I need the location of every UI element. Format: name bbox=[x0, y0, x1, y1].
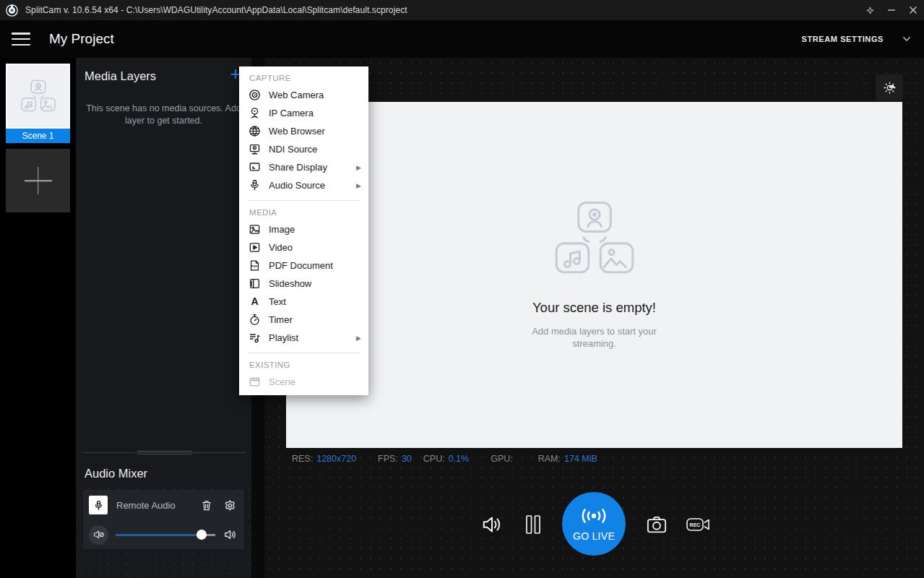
broadcast-icon bbox=[579, 506, 609, 525]
media-layers-icon bbox=[543, 200, 646, 278]
audio-mixer-item: Remote Audio bbox=[83, 490, 244, 549]
stat-label: RES: bbox=[292, 454, 313, 464]
menu-separator bbox=[248, 353, 360, 353]
menu-item-text[interactable]: AText bbox=[239, 293, 368, 311]
menu-item-playlist[interactable]: Playlist▶ bbox=[239, 329, 368, 347]
menu-separator bbox=[248, 200, 360, 201]
menu-item-pdf-document[interactable]: PDFPDF Document bbox=[239, 256, 368, 275]
menu-item-web-camera[interactable]: Web Camera bbox=[239, 86, 368, 104]
stat-res: RES:1280x720 bbox=[292, 454, 356, 464]
menu-item-label: Image bbox=[269, 224, 295, 235]
microphone-source-icon bbox=[89, 496, 108, 514]
menu-item-label: Web Camera bbox=[269, 90, 324, 100]
menu-item-slideshow[interactable]: Slideshow bbox=[239, 275, 368, 293]
submenu-arrow-icon: ▶ bbox=[356, 182, 361, 189]
menu-item-label: Text bbox=[269, 296, 286, 307]
stat-value: 174 MiB bbox=[564, 454, 597, 464]
volume-slider[interactable] bbox=[116, 529, 215, 540]
slideshow-icon bbox=[248, 277, 261, 290]
stat-value: 1280x720 bbox=[316, 454, 356, 464]
stat-value: 30 bbox=[402, 454, 412, 464]
media-layers-panel: Media Layers + This scene has no media s… bbox=[76, 58, 251, 578]
delete-audio-source-icon[interactable] bbox=[199, 498, 214, 512]
stat-gpu: GPU: bbox=[491, 454, 517, 464]
menu-item-timer[interactable]: Timer bbox=[239, 311, 368, 329]
volume-fill bbox=[116, 534, 202, 536]
record-icon[interactable]: REC bbox=[686, 516, 712, 533]
close-button[interactable] bbox=[902, 0, 924, 20]
menu-item-audio-source[interactable]: Audio Source▶ bbox=[239, 176, 368, 194]
menu-item-label: Slideshow bbox=[269, 278, 311, 289]
media-layers-title: Media Layers bbox=[85, 69, 156, 83]
audio-mixer-title: Audio Mixer bbox=[85, 467, 147, 480]
speaker-icon bbox=[223, 529, 238, 540]
share-display-icon bbox=[248, 161, 261, 174]
menu-item-label: Video bbox=[269, 242, 293, 253]
pin-on-top-icon[interactable] bbox=[859, 0, 881, 20]
menu-item-label: Web Browser bbox=[269, 126, 325, 137]
pause-stream-icon[interactable] bbox=[524, 513, 543, 536]
stream-settings-label: STREAM SETTINGS bbox=[801, 35, 884, 43]
web-browser-icon bbox=[248, 125, 261, 138]
audio-settings-gear-icon[interactable] bbox=[223, 498, 237, 512]
plus-icon bbox=[25, 167, 52, 194]
scenes-sidebar: Scene 1 bbox=[0, 58, 76, 578]
menu-item-label: IP Camera bbox=[269, 108, 314, 118]
menu-hamburger-icon[interactable] bbox=[12, 33, 30, 46]
menu-item-label: Timer bbox=[269, 314, 293, 325]
media-layers-empty-text: This scene has no media sources. Add lay… bbox=[83, 103, 244, 127]
stat-fps: FPS:30 bbox=[378, 454, 412, 464]
playlist-icon bbox=[248, 332, 261, 345]
menu-item-video[interactable]: Video bbox=[239, 238, 368, 256]
scene-thumbnail[interactable] bbox=[6, 64, 70, 129]
audio-source-icon bbox=[248, 179, 261, 192]
add-scene-button[interactable] bbox=[6, 149, 70, 212]
svg-text:A: A bbox=[251, 296, 258, 307]
brightness-toggle-icon[interactable] bbox=[876, 74, 903, 100]
project-title: My Project bbox=[49, 31, 114, 47]
snapshot-camera-icon[interactable] bbox=[646, 514, 668, 535]
stat-label: GPU: bbox=[491, 454, 513, 464]
svg-text:REC: REC bbox=[690, 522, 701, 527]
ndi-source-icon bbox=[248, 143, 261, 156]
chevron-down-icon bbox=[902, 36, 911, 42]
monitor-mute-button[interactable] bbox=[89, 525, 108, 545]
panel-splitter-horizontal[interactable] bbox=[83, 451, 246, 455]
submenu-arrow-icon: ▶ bbox=[356, 164, 361, 171]
menu-section-header: CAPTURE bbox=[239, 67, 368, 86]
scene-label: Scene 1 bbox=[6, 129, 70, 143]
empty-scene-subtitle: Add media layers to start your streaming… bbox=[527, 325, 661, 350]
add-layer-context-menu: CAPTUREWeb CameraIP CameraWeb BrowserNDI… bbox=[239, 66, 368, 395]
menu-item-scene[interactable]: Scene bbox=[239, 373, 368, 391]
stats-bar: RES:1280x720FPS:30CPU:0.1%GPU:RAM:174 Mi… bbox=[292, 451, 619, 467]
menu-section-header: EXISTING bbox=[239, 354, 368, 373]
window-title: SplitCam v. 10.6.54 x64 - C:\Users\WDAGU… bbox=[25, 5, 407, 15]
scene-tile-1[interactable]: Scene 1 bbox=[6, 64, 70, 143]
stat-label: CPU: bbox=[423, 454, 445, 464]
menu-item-ndi-source[interactable]: NDI Source bbox=[239, 140, 368, 158]
timer-icon bbox=[248, 314, 261, 327]
menu-item-image[interactable]: Image bbox=[239, 220, 368, 238]
menu-item-label: Scene bbox=[269, 376, 295, 387]
menu-item-label: Audio Source bbox=[269, 180, 325, 191]
menu-item-share-display[interactable]: Share Display▶ bbox=[239, 158, 368, 176]
empty-scene-title: Your scene is empty! bbox=[532, 300, 656, 316]
menu-item-web-browser[interactable]: Web Browser bbox=[239, 122, 368, 140]
media-layers-icon bbox=[16, 79, 61, 113]
master-volume-icon[interactable] bbox=[481, 514, 503, 535]
scene-icon bbox=[248, 376, 261, 389]
stream-settings-button[interactable]: STREAM SETTINGS bbox=[801, 35, 924, 43]
volume-knob[interactable] bbox=[197, 530, 207, 540]
scene-canvas[interactable]: Your scene is empty! Add media layers to… bbox=[286, 102, 902, 448]
titlebar: SplitCam v. 10.6.54 x64 - C:\Users\WDAGU… bbox=[0, 0, 924, 20]
ip-camera-icon bbox=[248, 107, 261, 120]
web-camera-icon bbox=[248, 89, 261, 102]
minimize-button[interactable] bbox=[881, 0, 902, 20]
splitter-handle[interactable] bbox=[137, 451, 192, 454]
image-icon bbox=[248, 223, 261, 236]
menu-item-ip-camera[interactable]: IP Camera bbox=[239, 104, 368, 122]
stat-ram: RAM:174 MiB bbox=[538, 454, 597, 464]
go-live-label: GO LIVE bbox=[573, 530, 615, 542]
stat-label: FPS: bbox=[378, 454, 398, 464]
go-live-button[interactable]: GO LIVE bbox=[562, 492, 626, 556]
